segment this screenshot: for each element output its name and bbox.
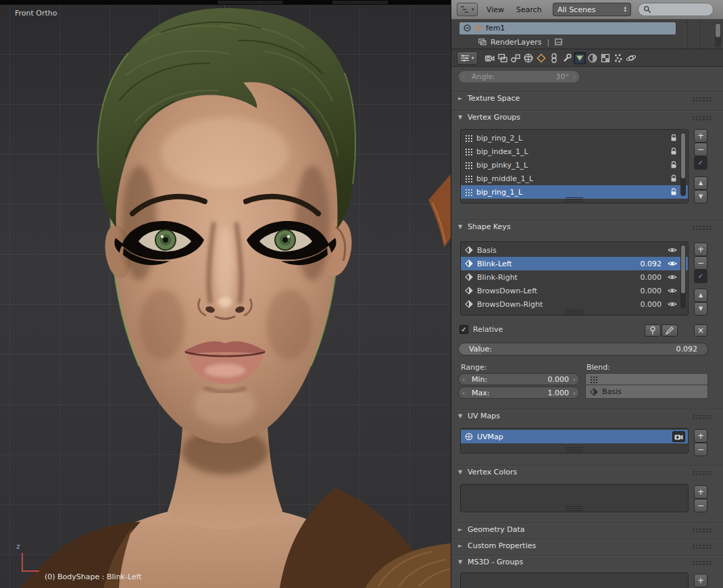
decrement-arrow-icon[interactable]: ‹: [462, 71, 465, 82]
tab-material[interactable]: [587, 52, 599, 64]
shape-key-row[interactable]: BrowsDown-Left 0.000: [461, 284, 688, 297]
collapse-arrow-icon[interactable]: ▼: [458, 469, 462, 475]
collapse-arrow-icon[interactable]: ▼: [458, 114, 462, 120]
lock-icon[interactable]: [670, 188, 677, 196]
panel-header-geometry-data[interactable]: ► Geometry Data: [451, 522, 723, 536]
panel-drag-grip[interactable]: [692, 528, 712, 533]
scrollbar-thumb[interactable]: [681, 245, 685, 293]
3d-viewport[interactable]: Front Ortho z (0) BodyShape : Blink-Left: [0, 0, 451, 588]
scrollbar-thumb[interactable]: [716, 24, 720, 37]
shape-key-value-slider[interactable]: Value: 0.092: [458, 343, 708, 356]
panel-drag-grip[interactable]: [692, 225, 712, 230]
blend-basis-dropdown[interactable]: Basis: [585, 385, 708, 399]
editor-type-button-properties[interactable]: ▾: [457, 51, 478, 65]
eye-visibility-icon[interactable]: [668, 287, 677, 294]
list-resize-grip[interactable]: [566, 447, 583, 452]
list-scrollbar[interactable]: [680, 244, 686, 308]
range-max-field[interactable]: ‹ Max: 1.000 ›: [458, 387, 580, 399]
shape-key-lock-button[interactable]: [645, 324, 661, 337]
blend-vertex-group-selector[interactable]: [585, 373, 708, 385]
remove-vertex-group-button[interactable]: −: [694, 143, 707, 156]
panel-header-shape-keys[interactable]: ▼ Shape Keys: [451, 220, 723, 233]
vertex-group-row-selected[interactable]: bip_ring_1_L: [461, 185, 688, 199]
panel-drag-grip[interactable]: [692, 414, 712, 420]
collapse-arrow-icon[interactable]: ►: [458, 526, 462, 533]
lock-icon[interactable]: [670, 134, 677, 142]
move-vertex-group-down-button[interactable]: ▼: [694, 190, 707, 203]
move-vertex-group-up-button[interactable]: ▲: [694, 176, 707, 190]
eye-visibility-icon[interactable]: [668, 274, 677, 280]
lock-icon[interactable]: [670, 174, 677, 182]
add-vertex-color-button[interactable]: +: [694, 485, 707, 499]
shape-key-edit-mode-button[interactable]: [662, 324, 678, 337]
increment-arrow-icon[interactable]: ›: [573, 71, 576, 82]
remove-uv-map-button[interactable]: −: [694, 443, 707, 456]
tab-modifiers[interactable]: [561, 52, 573, 64]
tab-object-data[interactable]: [574, 52, 586, 64]
menu-view[interactable]: View: [487, 5, 504, 14]
collapse-arrow-icon[interactable]: ▼: [458, 559, 462, 565]
collapse-arrow-icon[interactable]: ▼: [458, 224, 462, 230]
panel-drag-grip[interactable]: [692, 116, 712, 121]
vertex-group-row[interactable]: bip_index_1_L: [461, 145, 688, 158]
tab-constraints[interactable]: [548, 52, 560, 64]
list-resize-grip[interactable]: [566, 506, 583, 511]
vertex-group-specials-button[interactable]: ✓: [694, 156, 707, 170]
remove-shape-key-button[interactable]: −: [694, 256, 707, 270]
vertex-group-row[interactable]: bip_middle_1_L: [461, 172, 688, 185]
panel-drag-grip[interactable]: [692, 560, 712, 566]
scene-filter-dropdown[interactable]: All Scenes ▴▾: [553, 3, 631, 16]
female-head-model[interactable]: [0, 0, 451, 588]
shape-key-row[interactable]: Blink-Right 0.000: [461, 270, 688, 284]
move-shape-key-up-button[interactable]: ▲: [694, 289, 707, 302]
collapse-toggle-icon[interactable]: [464, 24, 471, 32]
panel-drag-grip[interactable]: [692, 97, 712, 102]
increment-arrow-icon[interactable]: ›: [573, 387, 576, 398]
angle-slider[interactable]: ‹ Angle: 30° ›: [458, 70, 580, 83]
panel-drag-grip[interactable]: [692, 544, 712, 549]
shape-key-row[interactable]: BrowsDown-Right 0.000: [461, 297, 688, 311]
increment-arrow-icon[interactable]: ›: [573, 374, 576, 385]
decrement-arrow-icon[interactable]: ‹: [462, 374, 465, 385]
range-min-field[interactable]: ‹ Min: 0.000 ›: [458, 373, 580, 385]
outliner-row-object[interactable]: fem1: [451, 21, 723, 34]
lock-icon[interactable]: [670, 161, 677, 169]
add-ms3d-group-button[interactable]: +: [694, 574, 707, 587]
tab-render[interactable]: [484, 52, 496, 64]
remove-vertex-color-button[interactable]: −: [694, 499, 707, 512]
render-active-button[interactable]: [672, 431, 685, 442]
tab-render-layers[interactable]: [497, 52, 509, 64]
uv-map-row-selected[interactable]: UVMap: [461, 430, 688, 443]
add-vertex-group-button[interactable]: +: [694, 129, 707, 143]
shape-key-specials-button[interactable]: ✓: [694, 270, 707, 283]
scrollbar-thumb[interactable]: [681, 133, 685, 178]
add-uv-map-button[interactable]: +: [694, 429, 707, 443]
panel-header-uv-maps[interactable]: ▼ UV Maps: [451, 409, 723, 422]
outliner-scrollbar[interactable]: [715, 22, 721, 47]
vertex-group-row[interactable]: bip_ring_2_L: [461, 131, 688, 145]
tab-texture[interactable]: [599, 52, 612, 64]
panel-header-texture-space[interactable]: ► Texture Space: [451, 91, 723, 105]
panel-header-ms3d-groups[interactable]: ▼ MS3D - Groups: [451, 555, 723, 568]
eye-visibility-icon[interactable]: [668, 301, 677, 308]
list-resize-grip[interactable]: [566, 197, 583, 202]
tab-world[interactable]: [522, 52, 534, 64]
outliner-search-box[interactable]: [638, 3, 714, 16]
search-input[interactable]: [654, 5, 708, 14]
shape-key-row[interactable]: Basis: [461, 243, 688, 257]
collapse-arrow-icon[interactable]: ►: [458, 95, 462, 101]
outliner-row-renderlayers[interactable]: RenderLayers |: [451, 35, 723, 49]
collapse-arrow-icon[interactable]: ▼: [458, 413, 462, 419]
move-shape-key-down-button[interactable]: ▼: [694, 302, 707, 316]
editor-type-button-outliner[interactable]: ▾: [457, 3, 478, 16]
decrement-arrow-icon[interactable]: ‹: [462, 387, 465, 398]
add-shape-key-button[interactable]: +: [694, 243, 707, 256]
tab-particles[interactable]: [612, 52, 624, 64]
tab-scene[interactable]: [509, 52, 522, 64]
collapse-arrow-icon[interactable]: ►: [458, 543, 462, 549]
eye-visibility-icon[interactable]: [668, 260, 677, 267]
shape-key-row-selected[interactable]: Blink-Left 0.092: [461, 257, 688, 270]
eye-visibility-icon[interactable]: [668, 247, 677, 253]
list-resize-grip[interactable]: [566, 310, 583, 314]
relative-checkbox[interactable]: ✓: [459, 325, 468, 334]
